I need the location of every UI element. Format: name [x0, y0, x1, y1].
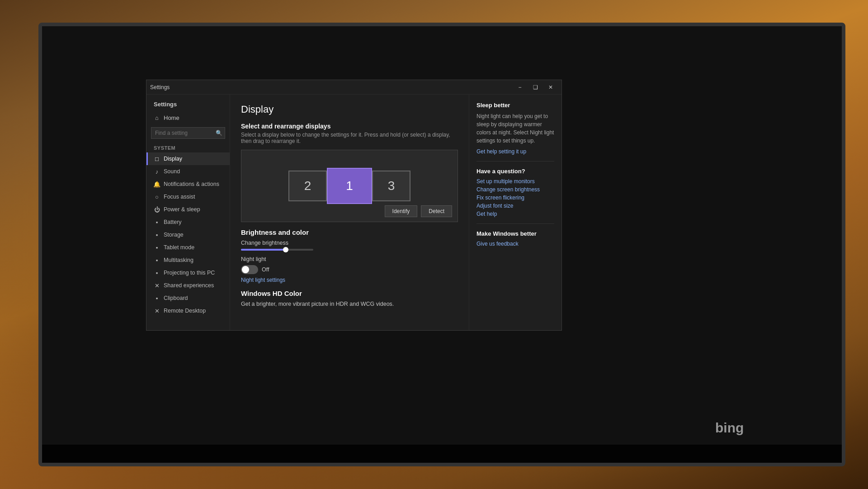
maximize-button[interactable]: ❑ — [528, 81, 542, 94]
monitors-row: 2 1 3 — [288, 168, 410, 204]
multitasking-label: Multitasking — [164, 257, 193, 263]
display-preview: 2 1 3 Identify Detect — [241, 150, 458, 222]
night-light-label: Night light — [241, 256, 458, 262]
brightness-slider-wrap — [241, 249, 458, 251]
make-windows-better-title: Make Windows better — [476, 230, 554, 237]
sidebar-item-display[interactable]: □ Display — [146, 152, 230, 165]
monitor-2[interactable]: 2 — [288, 171, 327, 201]
sound-icon: ♪ — [154, 168, 160, 175]
multitasking-icon: ▪ — [154, 257, 160, 263]
identify-button[interactable]: Identify — [385, 205, 418, 217]
main-content: Display Select and rearrange displays Se… — [230, 95, 561, 330]
battery-icon: ▪ — [154, 219, 160, 225]
detect-button[interactable]: Detect — [421, 205, 452, 217]
clipboard-icon: ▪ — [154, 295, 160, 301]
adjust-font-link[interactable]: Adjust font size — [476, 203, 554, 209]
get-help-link[interactable]: Get help — [476, 211, 554, 217]
display-actions: Identify Detect — [385, 205, 452, 217]
brightness-slider-thumb[interactable] — [283, 247, 288, 252]
sidebar-item-tablet[interactable]: ▪ Tablet mode — [146, 241, 230, 254]
monitor-bezel: bing Settings − ❑ ✕ Settings ⌂ Home — [38, 23, 845, 466]
sidebar-item-storage[interactable]: ▪ Storage — [146, 228, 230, 241]
night-light-state: Off — [262, 266, 269, 273]
setup-monitors-link[interactable]: Set up multiple monitors — [476, 178, 554, 185]
night-light-toggle[interactable] — [241, 265, 258, 274]
shared-icon: ✕ — [154, 282, 160, 289]
remote-label: Remote Desktop — [164, 308, 206, 314]
projecting-icon: ▪ — [154, 270, 160, 276]
battery-label: Battery — [164, 219, 182, 225]
search-icon: 🔍 — [216, 130, 222, 136]
search-box: 🔍 — [151, 127, 225, 139]
panel-divider-1 — [476, 161, 554, 161]
night-light-settings-link[interactable]: Night light settings — [241, 277, 458, 283]
sidebar-item-sound[interactable]: ♪ Sound — [146, 165, 230, 178]
sidebar-item-clipboard[interactable]: ▪ Clipboard — [146, 292, 230, 304]
hd-color-section-title: Windows HD Color — [241, 290, 458, 297]
power-label: Power & sleep — [164, 206, 200, 213]
monitor-3-label: 3 — [388, 179, 395, 193]
monitor-2-label: 2 — [304, 179, 311, 193]
sidebar-item-shared[interactable]: ✕ Shared experiences — [146, 279, 230, 292]
shared-label: Shared experiences — [164, 282, 214, 289]
search-input[interactable] — [151, 127, 225, 139]
give-feedback-link[interactable]: Give us feedback — [476, 241, 554, 247]
sidebar-section-label: System — [146, 142, 230, 152]
projecting-label: Projecting to this PC — [164, 270, 215, 276]
monitor-3[interactable]: 3 — [372, 171, 410, 201]
brightness-label: Change brightness — [241, 240, 458, 246]
taskbar — [42, 445, 842, 463]
display-label: Display — [164, 156, 182, 162]
brightness-slider-fill — [241, 249, 284, 251]
power-icon: ⏻ — [154, 206, 160, 213]
change-brightness-link[interactable]: Change screen brightness — [476, 186, 554, 193]
tablet-label: Tablet mode — [164, 244, 194, 251]
remote-icon: ✕ — [154, 308, 160, 314]
clipboard-label: Clipboard — [164, 295, 188, 301]
select-displays-title: Select and rearrange displays — [241, 123, 458, 130]
sidebar-item-multitasking[interactable]: ▪ Multitasking — [146, 254, 230, 266]
settings-window: Settings − ❑ ✕ Settings ⌂ Home 🔍 Syste — [146, 80, 562, 331]
window-title: Settings — [150, 84, 170, 90]
tablet-icon: ▪ — [154, 244, 160, 251]
display-icon: □ — [154, 156, 160, 162]
close-button[interactable]: ✕ — [543, 81, 558, 94]
sidebar-item-power[interactable]: ⏻ Power & sleep — [146, 203, 230, 216]
home-icon: ⌂ — [154, 115, 160, 121]
sidebar-title: Settings — [146, 98, 230, 111]
get-help-setting-link[interactable]: Get help setting it up — [476, 148, 554, 155]
content-area: Display Select and rearrange displays Se… — [230, 95, 469, 330]
hd-color-text: Get a brighter, more vibrant picture in … — [241, 301, 458, 307]
sleep-better-title: Sleep better — [476, 102, 554, 109]
sidebar-item-notifications[interactable]: 🔔 Notifications & actions — [146, 178, 230, 190]
right-panel: Sleep better Night light can help you ge… — [469, 95, 561, 330]
sidebar-item-focus[interactable]: ○ Focus assist — [146, 190, 230, 203]
brightness-slider-track[interactable] — [241, 249, 313, 251]
minimize-button[interactable]: − — [513, 81, 527, 94]
monitor-1[interactable]: 1 — [327, 168, 372, 204]
focus-label: Focus assist — [164, 194, 195, 200]
sidebar-item-remote[interactable]: ✕ Remote Desktop — [146, 304, 230, 317]
sidebar: Settings ⌂ Home 🔍 System □ Display ♪ Sou… — [146, 95, 230, 330]
fix-flickering-link[interactable]: Fix screen flickering — [476, 195, 554, 201]
sidebar-item-projecting[interactable]: ▪ Projecting to this PC — [146, 266, 230, 279]
night-light-row: Off — [241, 265, 458, 274]
brightness-section-title: Brightness and color — [241, 228, 458, 236]
storage-icon: ▪ — [154, 232, 160, 238]
panel-divider-2 — [476, 223, 554, 224]
storage-label: Storage — [164, 232, 184, 238]
page-title: Display — [241, 104, 458, 115]
notifications-icon: 🔔 — [154, 181, 160, 187]
toggle-knob — [242, 266, 249, 273]
sound-label: Sound — [164, 168, 180, 175]
window-body: Settings ⌂ Home 🔍 System □ Display ♪ Sou… — [146, 95, 561, 330]
home-label: Home — [164, 114, 179, 121]
sidebar-item-home[interactable]: ⌂ Home — [146, 111, 230, 124]
notifications-label: Notifications & actions — [164, 181, 219, 187]
bing-watermark: bing — [715, 418, 760, 438]
focus-icon: ○ — [154, 194, 160, 200]
sidebar-item-battery[interactable]: ▪ Battery — [146, 216, 230, 228]
window-titlebar: Settings − ❑ ✕ — [146, 80, 561, 95]
monitor-1-label: 1 — [346, 179, 353, 193]
have-question-title: Have a question? — [476, 168, 554, 175]
